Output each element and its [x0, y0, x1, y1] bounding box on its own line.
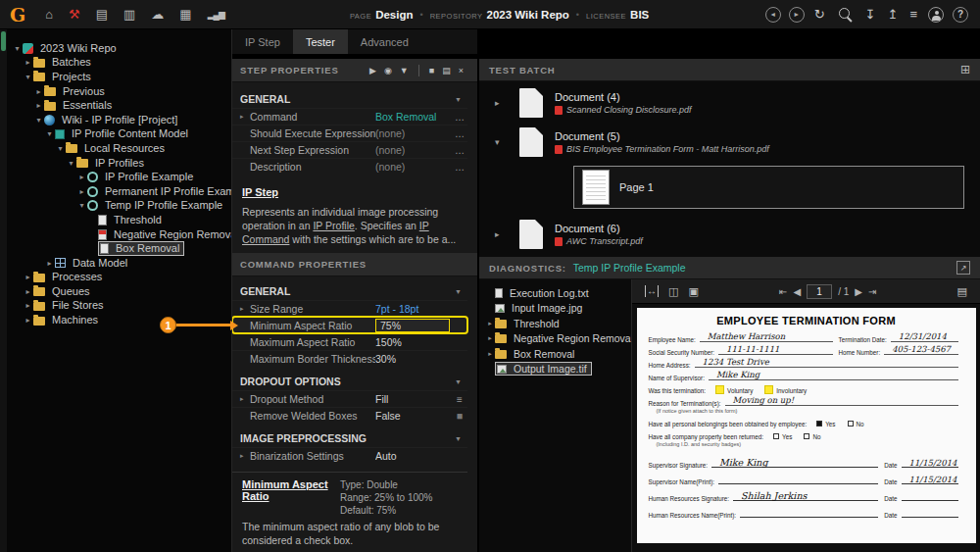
tree-item[interactable]: ▸Queues: [8, 284, 231, 299]
document-row[interactable]: ▸Document (6)AWC Transcript.pdf: [479, 215, 980, 254]
document-row[interactable]: ▾Document (5)BIS Employee Termination Fo…: [479, 123, 980, 162]
print-icon[interactable]: ▤: [957, 285, 967, 298]
tree-expander-icon[interactable]: ▾: [44, 129, 55, 138]
tree-item[interactable]: ▸File Stores: [8, 299, 231, 314]
tree-scrollbar-thumb[interactable]: [1, 31, 6, 51]
tree-expander-icon[interactable]: ▸: [23, 316, 33, 325]
diagnostics-item[interactable]: Output Image.tif: [485, 362, 631, 377]
chevron-down-icon[interactable]: ▼: [455, 96, 462, 103]
property-row[interactable]: Should Execute Expression(none)…: [232, 125, 467, 141]
property-value[interactable]: 30%: [375, 353, 452, 365]
tree-item[interactable]: ▸Data Model: [8, 256, 231, 271]
ellipsis-button[interactable]: …: [452, 128, 467, 139]
row-expander-icon[interactable]: ▸: [240, 452, 250, 460]
next-page-icon[interactable]: ▶: [855, 286, 862, 297]
tree-expander-icon[interactable]: ▸: [33, 87, 44, 96]
chevron-down-icon[interactable]: ▼: [455, 435, 462, 442]
tree-expander-icon[interactable]: ▾: [66, 159, 76, 168]
property-row[interactable]: ▸Dropout MethodFill≡: [232, 390, 467, 407]
section-header[interactable]: IMAGE PREPROCESSING▼: [232, 429, 467, 447]
stats-icon[interactable]: ▂▄▆: [208, 0, 224, 29]
upload-icon[interactable]: ↥: [888, 7, 899, 22]
list-expander-icon[interactable]: ▸: [485, 320, 495, 327]
property-value[interactable]: (none): [375, 127, 452, 139]
first-page-icon[interactable]: ⇤: [779, 286, 787, 297]
tree-expander-icon[interactable]: ▾: [33, 116, 44, 125]
tree-expander-icon[interactable]: ▸: [23, 273, 33, 281]
stop-icon[interactable]: ■: [429, 66, 434, 75]
help-link[interactable]: IP Profile: [313, 220, 354, 231]
search-icon[interactable]: [838, 7, 853, 22]
licensee-field-value[interactable]: BIS: [630, 9, 649, 21]
ellipsis-button[interactable]: …: [452, 112, 467, 123]
tree-item[interactable]: Threshold: [8, 213, 231, 227]
property-value[interactable]: Auto: [375, 450, 452, 462]
property-row[interactable]: ▸Binarization SettingsAuto: [232, 447, 467, 464]
tree-item[interactable]: ▾Local Resources: [8, 141, 231, 156]
tree-expander-icon[interactable]: ▸: [23, 301, 33, 310]
tree-item[interactable]: ▾Wiki - IP Profile [Project]: [8, 113, 231, 127]
property-value[interactable]: (none): [375, 161, 452, 173]
tree-expander-icon[interactable]: ▾: [55, 144, 66, 153]
tree-item[interactable]: ▾IP Profile Content Model: [8, 127, 231, 142]
region-select-icon[interactable]: ◫: [668, 285, 678, 298]
tree-scrollbar[interactable]: [0, 29, 7, 552]
tree-item[interactable]: ▾Projects: [8, 70, 231, 84]
diagnostics-item[interactable]: ▸Negative Region Removal: [485, 331, 631, 347]
tree-item[interactable]: ▸Machines: [8, 313, 231, 327]
help-icon[interactable]: ?: [953, 7, 968, 23]
tree-item[interactable]: ▸Batches: [8, 56, 231, 71]
row-expander-icon[interactable]: ▸: [240, 113, 250, 121]
tree-item[interactable]: ▾2023 Wiki Repo: [8, 41, 231, 56]
tree-expander-icon[interactable]: ▾: [12, 44, 23, 53]
section-header[interactable]: DROPOUT OPTIONS▼: [232, 373, 467, 390]
diagnostics-item[interactable]: Execution Log.txt: [485, 285, 631, 301]
list-expander-icon[interactable]: ▸: [485, 334, 495, 342]
download-icon[interactable]: ↧: [865, 7, 876, 22]
chevron-down-icon[interactable]: ▼: [455, 288, 462, 295]
tab-ip-step[interactable]: IP Step: [232, 29, 293, 54]
tree-item[interactable]: Box Removal: [8, 241, 231, 256]
tree-item[interactable]: ▸Permanent IP Profile Example: [8, 184, 231, 199]
tree-expander-icon[interactable]: ▸: [44, 259, 55, 268]
property-row[interactable]: Remove Welded BoxesFalse◼: [232, 407, 467, 424]
page-number-input[interactable]: 1: [807, 284, 832, 299]
tree-item[interactable]: Negative Region Removal: [8, 227, 231, 242]
tree-item[interactable]: ▸Processes: [8, 271, 231, 285]
property-value[interactable]: (none): [375, 144, 452, 156]
back-button[interactable]: ◄: [765, 7, 781, 23]
tree-expander-icon[interactable]: ▸: [23, 287, 33, 296]
tree-item[interactable]: ▸Essentials: [8, 98, 231, 113]
chevron-icon[interactable]: ▾: [495, 137, 510, 147]
property-value[interactable]: Box Removal: [375, 111, 452, 123]
tab-tester[interactable]: Tester: [293, 29, 348, 54]
stack-icon[interactable]: ≡: [909, 7, 917, 22]
save-icon[interactable]: ▤: [442, 66, 451, 75]
home-icon[interactable]: ⌂: [45, 0, 53, 29]
preview-eye-icon[interactable]: ◉: [384, 66, 392, 75]
diagnostics-item[interactable]: Input Image.jpg: [485, 301, 631, 317]
run-icon[interactable]: ▶: [369, 66, 376, 75]
chevron-down-icon[interactable]: ▼: [455, 378, 462, 385]
tab-advanced[interactable]: Advanced: [348, 29, 421, 54]
property-value[interactable]: 7pt - 18pt: [375, 303, 452, 315]
fit-width-icon[interactable]: ↔: [645, 285, 659, 297]
property-row[interactable]: Maximum Aspect Ratio150%: [232, 333, 467, 350]
property-row[interactable]: Next Step Expression(none)…: [232, 141, 467, 158]
tree-item[interactable]: ▸IP Profile Example: [8, 170, 231, 184]
property-row[interactable]: Maximum Border Thickness30%: [232, 350, 467, 367]
property-value[interactable]: Fill: [375, 393, 452, 405]
document-row[interactable]: ▸Document (4)Scanned Closing Disclosure.…: [479, 83, 980, 123]
diagnostics-item[interactable]: ▸Threshold: [485, 316, 631, 331]
row-expander-icon[interactable]: ▸: [240, 395, 250, 403]
chevron-icon[interactable]: ▸: [495, 229, 510, 239]
property-value[interactable]: 150%: [375, 336, 452, 348]
tree-expander-icon[interactable]: ▸: [23, 58, 33, 67]
row-expander-icon[interactable]: ▸: [240, 305, 250, 313]
property-row[interactable]: Minimum Aspect Ratio75%: [232, 317, 467, 333]
ellipsis-button[interactable]: …: [452, 162, 467, 173]
property-row[interactable]: ▸Size Range7pt - 18pt: [232, 300, 467, 317]
chevron-icon[interactable]: ▸: [495, 98, 510, 108]
batches-icon[interactable]: ▤: [96, 0, 108, 29]
open-external-icon[interactable]: ↗: [956, 261, 970, 275]
